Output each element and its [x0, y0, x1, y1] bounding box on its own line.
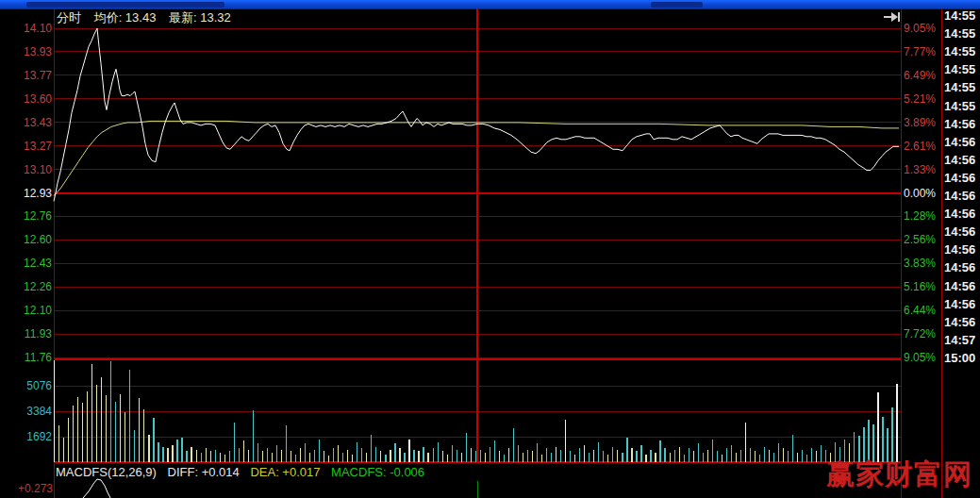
last-price-value: 最新: 13.32 — [169, 10, 231, 25]
chart-info-bar: 分时 均价: 13.43 最新: 13.32 — [57, 9, 241, 26]
macd-dea-value: DEA: +0.017 — [250, 465, 320, 479]
intraday-chart-window: 分时 均价: 13.43 最新: 13.32 14.1013.9313.7713… — [0, 0, 980, 498]
grid — [0, 8, 980, 498]
macd-status-row: MACDFS(12,26,9) DIFF: +0.014 DEA: +0.017… — [56, 465, 432, 479]
macd-indicator-name[interactable]: MACDFS(12,26,9) — [56, 465, 157, 479]
macd-curve — [83, 479, 110, 498]
period-label[interactable]: 分时 — [57, 10, 81, 25]
chart-canvas — [0, 0, 980, 498]
macd-macd-value: MACDFS: -0.006 — [331, 465, 424, 479]
site-watermark: 赢家财富网 — [826, 458, 979, 490]
macd-diff-value: DIFF: +0.014 — [168, 465, 240, 479]
skip-to-end-icon[interactable] — [882, 9, 903, 25]
avg-price-value: 均价: 13.43 — [94, 10, 157, 25]
macd-diff-curve — [83, 479, 110, 498]
